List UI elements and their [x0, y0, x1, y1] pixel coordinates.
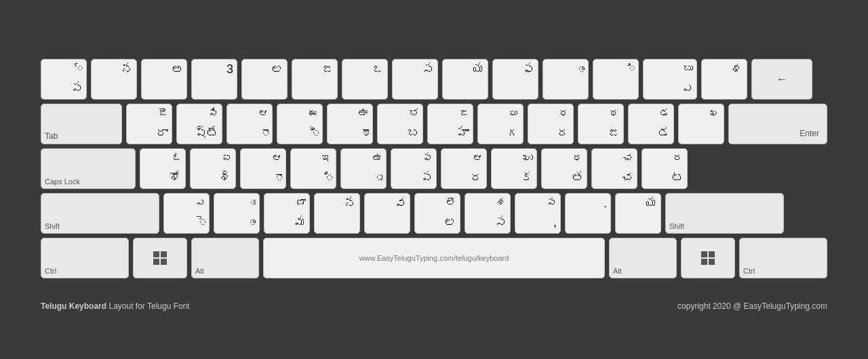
key-u[interactable]: జ హా: [427, 104, 473, 144]
key-slash[interactable]: య: [615, 193, 661, 234]
shift-right-key[interactable]: Shift: [665, 193, 784, 234]
enter-label: Enter: [795, 126, 823, 141]
key-bracket-r[interactable]: ఖ: [678, 104, 724, 144]
tab-label: Tab: [45, 131, 58, 141]
key-equals[interactable]: బు ఎ: [643, 59, 697, 100]
key-s[interactable]: ఏ శ్: [190, 148, 236, 189]
ctrl-left-key[interactable]: Ctrl: [41, 238, 129, 278]
alt-right-key[interactable]: Alt: [609, 238, 677, 278]
ctrl-right-label: Ctrl: [743, 267, 755, 275]
alt-right-label: Alt: [613, 267, 622, 275]
key-k[interactable]: ఖు క: [491, 148, 537, 189]
win-right-key[interactable]: [681, 238, 735, 278]
key-a[interactable]: ఓ శో: [140, 148, 186, 189]
key-semi[interactable]: ఛ చ: [591, 148, 637, 189]
key-l[interactable]: ధ త: [541, 148, 587, 189]
key-x[interactable]: ఁ ం: [214, 193, 260, 234]
key-1[interactable]: న: [91, 59, 137, 100]
space-url-text: www.EasyTeluguTyping.com/telugu/keyboard: [267, 254, 601, 262]
key-d[interactable]: ఆ ా: [240, 148, 286, 189]
key-2[interactable]: అ: [141, 59, 187, 100]
key-row-2: Tab జొ రా పి ష్టే ఆ ా ఈ ీ ఊ ూ భ బ జ హా: [41, 104, 827, 144]
key-p[interactable]: థ జ: [578, 104, 624, 144]
key-bracket-l[interactable]: ఢ డ: [628, 104, 674, 144]
key-v[interactable]: న: [314, 193, 360, 234]
key-row-4: Shift ఎ ె ఁ ం ణా మ న వ లొ ల శ స ప ,: [41, 193, 827, 234]
space-key[interactable]: www.EasyTeluguTyping.com/telugu/keyboard: [263, 238, 605, 278]
key-t[interactable]: ఊ ూ: [327, 104, 373, 144]
backspace-icon: ←: [776, 73, 787, 85]
key-7[interactable]: స: [392, 59, 438, 100]
key-row-3: Caps Lock ఓ శో ఏ శ్ ఆ ా ఇ ి ఉ ు ఫ ప ఆ ర: [41, 148, 827, 189]
key-5[interactable]: జ: [292, 59, 338, 100]
key-w[interactable]: పి ష్టే: [176, 104, 222, 144]
tab-key[interactable]: Tab: [41, 104, 122, 144]
shift-left-key[interactable]: Shift: [41, 193, 159, 234]
footer-title: Telugu Keyboard: [41, 301, 106, 311]
backspace-key[interactable]: ←: [751, 59, 812, 100]
footer-subtitle: Layout for Telugu Font: [108, 301, 189, 311]
win-left-icon: [153, 251, 167, 265]
caps-lock-label: Caps Lock: [45, 177, 80, 186]
keyboard-container: ్ ప న అ 3 ల జ ఒ స య ఫ ం: [27, 45, 841, 296]
key-y[interactable]: భ బ: [377, 104, 423, 144]
key-backtick[interactable]: ్ ప: [41, 59, 87, 100]
key-m[interactable]: శ స: [465, 193, 511, 234]
enter-key[interactable]: Enter: [728, 104, 827, 144]
footer: Telugu Keyboard Layout for Telugu Font c…: [27, 299, 841, 314]
key-j[interactable]: ఆ ర: [441, 148, 487, 189]
shift-left-label: Shift: [45, 222, 60, 230]
key-3[interactable]: 3: [191, 59, 237, 100]
key-g[interactable]: ఉ ు: [340, 148, 387, 189]
key-h[interactable]: ఫ ప: [391, 148, 437, 189]
footer-left: Telugu Keyboard Layout for Telugu Font: [41, 301, 190, 311]
key-r[interactable]: ఈ ీ: [277, 104, 323, 144]
key-z[interactable]: ఎ ె: [163, 193, 210, 234]
key-8[interactable]: య: [442, 59, 488, 100]
key-o[interactable]: ధ ద: [528, 104, 574, 144]
key-f[interactable]: ఇ ి: [290, 148, 336, 189]
key-0[interactable]: ం: [542, 59, 589, 100]
key-c[interactable]: ణా మ: [264, 193, 310, 234]
shift-right-label: Shift: [669, 222, 684, 230]
key-period[interactable]: .: [565, 193, 611, 234]
key-comma[interactable]: ప ,: [515, 193, 561, 234]
ctrl-right-key[interactable]: Ctrl: [739, 238, 827, 278]
key-b[interactable]: వ: [364, 193, 410, 234]
ctrl-left-label: Ctrl: [45, 267, 56, 275]
key-minus[interactable]: ి: [593, 59, 639, 100]
win-right-icon: [701, 251, 715, 265]
key-n[interactable]: లొ ల: [414, 193, 460, 234]
win-left-key[interactable]: [133, 238, 187, 278]
key-6[interactable]: ఒ: [342, 59, 388, 100]
key-e[interactable]: ఆ ా: [226, 104, 273, 144]
key-9[interactable]: ఫ: [492, 59, 538, 100]
caps-lock-key[interactable]: Caps Lock: [41, 148, 136, 189]
key-backslash2[interactable]: శ: [701, 59, 747, 100]
key-row-1: ్ ప న అ 3 ల జ ఒ స య ఫ ం: [41, 59, 827, 100]
footer-copyright: copyright 2020 @ EasyTeluguTyping.com: [677, 301, 827, 311]
key-i[interactable]: ఘ గ: [477, 104, 524, 144]
key-quote[interactable]: ర ట: [642, 148, 688, 189]
alt-left-label: Alt: [195, 267, 204, 275]
key-row-5: Ctrl Alt www.EasyTeluguTyping.com/telugu…: [41, 238, 827, 278]
key-4[interactable]: ల: [241, 59, 288, 100]
alt-left-key[interactable]: Alt: [191, 238, 259, 278]
key-q[interactable]: జొ రా: [126, 104, 172, 144]
